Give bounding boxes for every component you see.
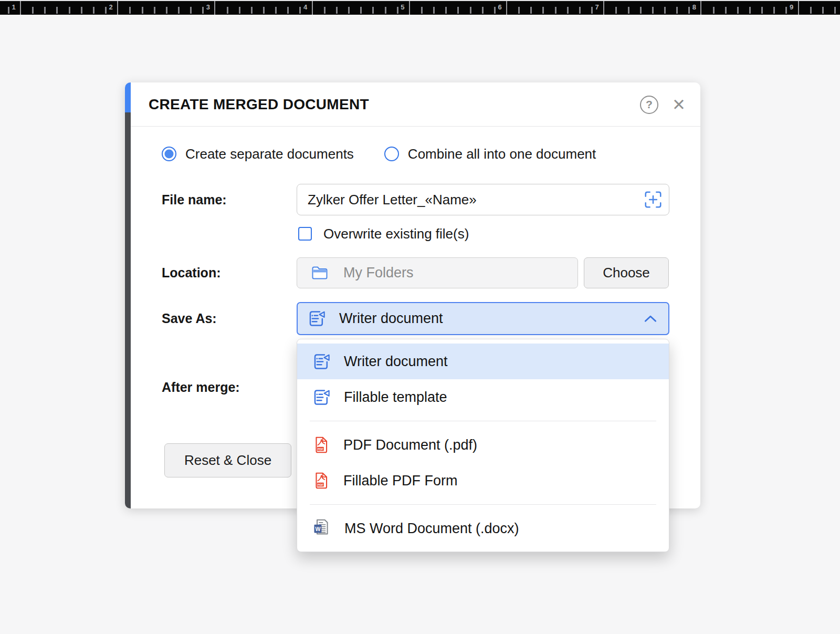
insert-field-icon bbox=[643, 190, 663, 210]
writer-icon bbox=[312, 352, 331, 371]
ruler-number: 4 bbox=[303, 3, 307, 11]
writer-icon bbox=[307, 309, 327, 328]
ruler: 123456789 bbox=[0, 0, 840, 15]
location-field[interactable]: My Folders bbox=[297, 257, 578, 288]
radio-combine-all-into-one[interactable]: Combine all into one document bbox=[384, 146, 596, 162]
header-icons: ? ✕ bbox=[640, 82, 686, 127]
dialog-edge-strip bbox=[125, 82, 131, 508]
edge-strip-blue bbox=[125, 82, 131, 112]
reset-and-close-button[interactable]: Reset & Close bbox=[164, 443, 291, 477]
radio-button-icon[interactable] bbox=[162, 147, 176, 161]
dropdown-divider bbox=[310, 421, 656, 421]
radio-label: Create separate documents bbox=[185, 146, 354, 162]
chevron-up-icon bbox=[644, 315, 657, 323]
ruler-number: 2 bbox=[109, 3, 113, 11]
ruler-number: 6 bbox=[498, 3, 501, 11]
save-as-dropdown[interactable]: Writer document bbox=[297, 302, 669, 335]
dialog-header: CREATE MERGED DOCUMENT bbox=[131, 82, 700, 127]
dropdown-item-label: PDF Document (.pdf) bbox=[343, 437, 477, 453]
save-as-label: Save As: bbox=[162, 302, 217, 335]
ruler-number: 8 bbox=[692, 3, 696, 11]
radio-create-separate-documents[interactable]: Create separate documents bbox=[162, 146, 354, 162]
dropdown-item[interactable]: PDF PDF Document (.pdf) bbox=[297, 427, 669, 463]
help-icon[interactable]: ? bbox=[640, 96, 658, 114]
dropdown-item-label: Fillable template bbox=[344, 389, 447, 406]
file-name-input[interactable] bbox=[297, 184, 669, 215]
after-merge-label: After merge: bbox=[162, 371, 240, 403]
overwrite-label: Overwrite existing file(s) bbox=[323, 226, 469, 242]
radio-label: Combine all into one document bbox=[408, 146, 596, 162]
help-question-mark: ? bbox=[646, 98, 653, 111]
location-label: Location: bbox=[162, 257, 221, 288]
pdf-icon: PDF bbox=[312, 471, 331, 490]
pdf-icon: PDF bbox=[312, 435, 331, 454]
save-as-icon-slot bbox=[307, 309, 327, 328]
overwrite-checkbox[interactable] bbox=[298, 227, 312, 241]
dropdown-item-label: Fillable PDF Form bbox=[343, 473, 458, 489]
merge-mode-options: Create separate documents Combine all in… bbox=[162, 142, 596, 166]
svg-text:W: W bbox=[315, 526, 320, 532]
insert-merge-field-button[interactable] bbox=[643, 190, 663, 210]
radio-button-icon[interactable] bbox=[384, 147, 399, 161]
ruler-number: 3 bbox=[206, 3, 210, 11]
overwrite-row: Overwrite existing file(s) bbox=[298, 226, 469, 242]
file-name-field-wrap bbox=[297, 184, 669, 215]
choose-button[interactable]: Choose bbox=[584, 257, 669, 288]
ruler-number: 5 bbox=[401, 3, 404, 11]
dropdown-item-label: Writer document bbox=[344, 354, 448, 370]
edge-strip-dark bbox=[125, 112, 131, 508]
create-merged-document-dialog: CREATE MERGED DOCUMENT ? ✕ Create separa… bbox=[125, 82, 700, 508]
ruler-number: 1 bbox=[12, 3, 15, 11]
ruler-number: 9 bbox=[790, 3, 793, 11]
file-name-label: File name: bbox=[162, 184, 227, 215]
dropdown-divider bbox=[310, 504, 656, 505]
word-icon: W bbox=[312, 518, 332, 538]
save-as-value: Writer document bbox=[339, 310, 632, 327]
ruler-number: 7 bbox=[595, 3, 599, 11]
svg-text:PDF: PDF bbox=[318, 483, 324, 486]
dropdown-item[interactable]: PDF Fillable PDF Form bbox=[297, 463, 669, 498]
dropdown-item[interactable]: W MS Word Document (.docx) bbox=[297, 511, 669, 546]
dialog-title: CREATE MERGED DOCUMENT bbox=[149, 96, 369, 113]
close-icon[interactable]: ✕ bbox=[672, 97, 686, 113]
svg-text:PDF: PDF bbox=[318, 448, 324, 451]
dropdown-item-label: MS Word Document (.docx) bbox=[344, 521, 519, 537]
folder-icon bbox=[311, 265, 329, 281]
save-as-dropdown-panel: Writer document Fillable template PDF PD… bbox=[297, 339, 669, 552]
dropdown-item[interactable]: Writer document bbox=[297, 344, 669, 379]
dropdown-item[interactable]: Fillable template bbox=[297, 379, 669, 415]
writer-icon bbox=[312, 388, 331, 407]
location-value: My Folders bbox=[343, 265, 414, 281]
